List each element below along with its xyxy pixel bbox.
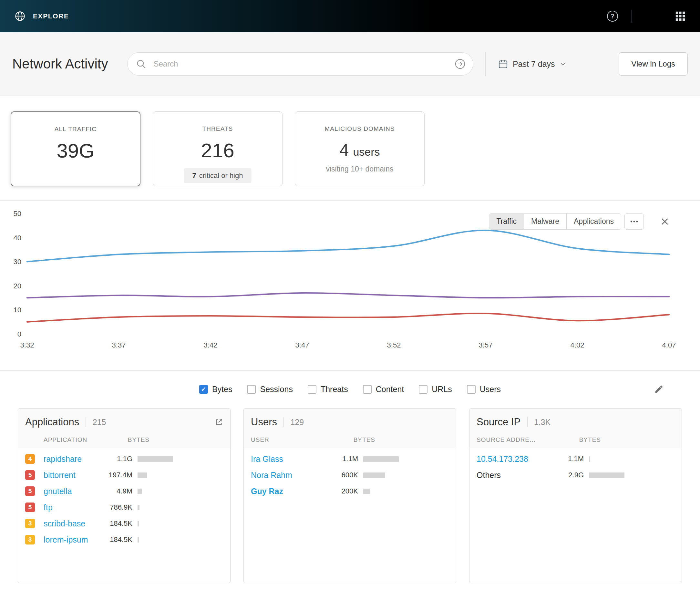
tab-malware[interactable]: Malware xyxy=(524,214,566,229)
checkbox-label: Content xyxy=(376,385,404,394)
filter-option[interactable]: Content xyxy=(363,385,404,394)
row-link[interactable]: Guy Raz xyxy=(251,487,321,496)
close-icon[interactable] xyxy=(660,217,670,226)
row-bytes-value: 4.9M xyxy=(95,487,132,496)
row-bar xyxy=(138,488,223,494)
tab-traffic[interactable]: Traffic xyxy=(489,214,524,229)
open-in-new-icon[interactable] xyxy=(215,418,223,426)
card-malicious-domains[interactable]: MALICIOUS DOMAINS 4 users visiting 10+ d… xyxy=(295,112,425,186)
row-bytes-value: 1.1M xyxy=(321,455,358,463)
metric-filters: Bytes Sessions Threats Content URLs User… xyxy=(0,371,700,407)
column-header: SOURCE ADDRE... xyxy=(477,436,536,443)
column-header: BYTES xyxy=(128,436,149,443)
page-header: Network Activity Past 7 days View in Log… xyxy=(0,32,700,96)
search-submit-icon[interactable] xyxy=(454,58,466,71)
rank-badge: 5 xyxy=(25,503,35,512)
search-icon xyxy=(136,58,147,71)
help-icon[interactable]: ? xyxy=(607,11,618,22)
topbar-actions: ? xyxy=(607,10,686,22)
chevron-down-icon xyxy=(560,61,566,67)
card-all-traffic[interactable]: ALL TRAFFIC 39G xyxy=(11,112,140,186)
checkbox[interactable] xyxy=(363,385,372,394)
svg-text:50: 50 xyxy=(13,210,21,218)
filter-option[interactable]: Bytes xyxy=(199,385,232,394)
row-link[interactable]: bittorrent xyxy=(44,470,95,480)
row-link[interactable]: Ira Glass xyxy=(251,454,321,464)
column-header: BYTES xyxy=(354,436,375,443)
panel-body: Ira Glass 1.1M Nora Rahm 600K Guy Raz 20… xyxy=(244,448,456,499)
search-input[interactable] xyxy=(127,52,473,76)
row-link[interactable]: ftp xyxy=(44,503,95,512)
checkbox[interactable] xyxy=(199,385,208,394)
filter-option[interactable]: Threats xyxy=(308,385,348,394)
brand-label: EXPLORE xyxy=(33,12,69,20)
panel-title: Users xyxy=(251,416,277,428)
panel-count: 129 xyxy=(290,417,304,427)
filter-option[interactable]: Users xyxy=(467,385,501,394)
row-link[interactable]: rapidshare xyxy=(44,454,95,464)
row-bytes-value: 600K xyxy=(321,471,358,479)
card-threats[interactable]: THREATS 216 7critical or high xyxy=(153,112,283,186)
data-panel: Applications 215 APPLICATION BYTES 4 rap… xyxy=(18,408,230,583)
row-link[interactable]: Nora Rahm xyxy=(251,470,321,480)
filter-row: Bytes Sessions Threats Content URLs User… xyxy=(199,385,501,394)
rank-badge: 3 xyxy=(25,519,35,528)
view-in-logs-button[interactable]: View in Logs xyxy=(619,52,688,76)
checkbox[interactable] xyxy=(419,385,427,394)
tab-applications[interactable]: Applications xyxy=(566,214,621,229)
header-divider xyxy=(485,52,486,76)
row-bytes-value: 200K xyxy=(321,487,358,496)
panel-header: Users 129 USER BYTES xyxy=(244,408,456,448)
svg-text:20: 20 xyxy=(13,282,21,290)
svg-text:3:32: 3:32 xyxy=(20,341,34,349)
panel-title: Applications xyxy=(25,416,79,428)
row-bar xyxy=(589,472,675,478)
row-link[interactable]: lorem-ipsum xyxy=(44,535,95,544)
row-link[interactable]: scribd-base xyxy=(44,519,95,528)
filter-option[interactable]: Sessions xyxy=(247,385,292,394)
checkbox[interactable] xyxy=(308,385,317,394)
checkbox-label: Users xyxy=(480,385,501,394)
panel-count: 215 xyxy=(93,417,106,427)
more-options-button[interactable] xyxy=(624,213,644,229)
table-row: 10.54.173.238 1.1M xyxy=(470,451,682,467)
row-bar xyxy=(363,472,449,478)
rank-badge: 3 xyxy=(25,535,35,544)
row-link[interactable]: 10.54.173.238 xyxy=(477,454,547,464)
calendar-icon xyxy=(498,59,508,69)
svg-text:3:37: 3:37 xyxy=(112,341,126,349)
row-bar xyxy=(138,521,223,526)
row-bytes-value: 786.9K xyxy=(95,503,132,512)
checkbox-label: URLs xyxy=(432,385,452,394)
row-bytes-value: 197.4M xyxy=(95,471,132,479)
app-launcher-icon[interactable] xyxy=(675,11,686,22)
row-bar xyxy=(138,472,223,478)
filter-option[interactable]: URLs xyxy=(419,385,452,394)
row-bar xyxy=(363,488,449,494)
panel-title-divider xyxy=(85,417,86,427)
svg-text:3:42: 3:42 xyxy=(204,341,218,349)
table-row: Guy Raz 200K xyxy=(244,483,456,499)
table-row: 3 lorem-ipsum 184.5K xyxy=(18,532,230,548)
panel-title: Source IP xyxy=(477,416,520,428)
data-panels: Applications 215 APPLICATION BYTES 4 rap… xyxy=(0,407,700,583)
table-row: 5 bittorrent 197.4M xyxy=(18,467,230,483)
svg-text:10: 10 xyxy=(13,306,21,314)
top-nav-bar: EXPLORE ? xyxy=(0,0,700,32)
row-link[interactable]: Others xyxy=(477,470,547,480)
summary-cards: ALL TRAFFIC 39G THREATS 216 7critical or… xyxy=(0,96,700,201)
rank-badge: 5 xyxy=(25,486,35,496)
date-range-selector[interactable]: Past 7 days xyxy=(498,59,566,69)
page-title: Network Activity xyxy=(12,56,108,72)
table-row: 3 scribd-base 184.5K xyxy=(18,515,230,532)
threats-severity-badge: 7critical or high xyxy=(184,168,252,183)
card-subtext: visiting 10+ domains xyxy=(326,165,393,174)
row-link[interactable]: gnutella xyxy=(44,487,95,496)
card-label: THREATS xyxy=(202,125,233,132)
checkbox[interactable] xyxy=(247,385,256,394)
topbar-divider xyxy=(632,10,632,22)
checkbox-label: Bytes xyxy=(212,385,232,394)
edit-pencil-icon[interactable] xyxy=(654,384,664,394)
checkbox[interactable] xyxy=(467,385,476,394)
card-label: MALICIOUS DOMAINS xyxy=(325,125,395,132)
